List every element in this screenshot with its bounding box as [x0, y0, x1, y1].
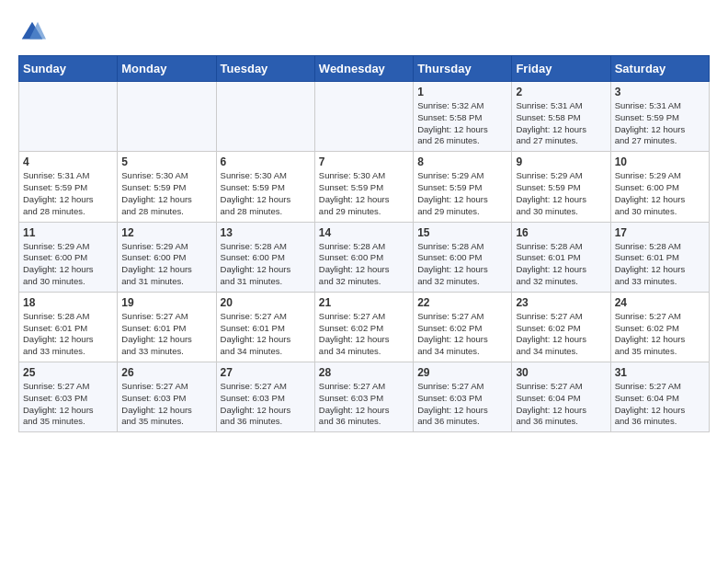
day-header-monday: Monday [118, 56, 216, 82]
day-cell: 31Sunrise: 5:27 AM Sunset: 6:04 PM Dayli… [610, 362, 709, 432]
day-header-thursday: Thursday [414, 56, 512, 82]
day-number: 15 [417, 226, 507, 239]
day-cell: 1Sunrise: 5:32 AM Sunset: 5:58 PM Daylig… [414, 82, 512, 152]
day-cell: 27Sunrise: 5:27 AM Sunset: 6:03 PM Dayli… [216, 362, 314, 432]
calendar-header: SundayMondayTuesdayWednesdayThursdayFrid… [19, 56, 710, 82]
day-number: 25 [23, 366, 113, 379]
calendar-table: SundayMondayTuesdayWednesdayThursdayFrid… [18, 55, 710, 432]
day-info: Sunrise: 5:27 AM Sunset: 6:02 PM Dayligh… [319, 311, 409, 358]
day-number: 23 [516, 296, 606, 309]
day-cell: 15Sunrise: 5:28 AM Sunset: 6:00 PM Dayli… [414, 222, 512, 292]
day-cell [118, 82, 216, 152]
day-number: 11 [23, 226, 113, 239]
day-info: Sunrise: 5:27 AM Sunset: 6:03 PM Dayligh… [121, 381, 211, 428]
day-info: Sunrise: 5:27 AM Sunset: 6:02 PM Dayligh… [615, 311, 705, 358]
day-info: Sunrise: 5:27 AM Sunset: 6:04 PM Dayligh… [516, 381, 606, 428]
week-row-3: 11Sunrise: 5:29 AM Sunset: 6:00 PM Dayli… [19, 222, 710, 292]
day-info: Sunrise: 5:31 AM Sunset: 5:59 PM Dayligh… [615, 100, 705, 147]
day-info: Sunrise: 5:27 AM Sunset: 6:01 PM Dayligh… [221, 311, 311, 358]
day-number: 8 [417, 155, 507, 168]
day-info: Sunrise: 5:30 AM Sunset: 5:59 PM Dayligh… [121, 170, 211, 217]
day-info: Sunrise: 5:29 AM Sunset: 6:00 PM Dayligh… [23, 241, 113, 288]
day-info: Sunrise: 5:27 AM Sunset: 6:01 PM Dayligh… [121, 311, 211, 358]
day-info: Sunrise: 5:27 AM Sunset: 6:03 PM Dayligh… [319, 381, 409, 428]
day-info: Sunrise: 5:31 AM Sunset: 5:58 PM Dayligh… [516, 100, 606, 147]
day-number: 22 [417, 296, 507, 309]
day-number: 7 [319, 155, 409, 168]
day-number: 2 [516, 86, 606, 98]
day-number: 26 [121, 366, 211, 379]
day-number: 18 [23, 296, 113, 309]
day-cell: 13Sunrise: 5:28 AM Sunset: 6:00 PM Dayli… [216, 222, 314, 292]
day-info: Sunrise: 5:29 AM Sunset: 6:00 PM Dayligh… [121, 241, 211, 288]
day-info: Sunrise: 5:29 AM Sunset: 5:59 PM Dayligh… [516, 170, 606, 217]
day-number: 4 [23, 155, 113, 168]
day-info: Sunrise: 5:29 AM Sunset: 5:59 PM Dayligh… [417, 170, 507, 217]
day-cell [216, 82, 314, 152]
day-number: 1 [417, 86, 507, 98]
day-cell: 11Sunrise: 5:29 AM Sunset: 6:00 PM Dayli… [19, 222, 118, 292]
day-number: 31 [615, 366, 705, 379]
day-info: Sunrise: 5:27 AM Sunset: 6:03 PM Dayligh… [417, 381, 507, 428]
day-cell: 19Sunrise: 5:27 AM Sunset: 6:01 PM Dayli… [118, 292, 216, 362]
day-cell: 7Sunrise: 5:30 AM Sunset: 5:59 PM Daylig… [314, 152, 413, 222]
logo [18, 18, 51, 46]
day-cell: 30Sunrise: 5:27 AM Sunset: 6:04 PM Dayli… [512, 362, 610, 432]
day-number: 17 [615, 226, 705, 239]
day-cell: 6Sunrise: 5:30 AM Sunset: 5:59 PM Daylig… [216, 152, 314, 222]
day-cell: 22Sunrise: 5:27 AM Sunset: 6:02 PM Dayli… [414, 292, 512, 362]
week-row-2: 4Sunrise: 5:31 AM Sunset: 5:59 PM Daylig… [19, 152, 710, 222]
day-cell: 3Sunrise: 5:31 AM Sunset: 5:59 PM Daylig… [610, 82, 709, 152]
day-cell: 17Sunrise: 5:28 AM Sunset: 6:01 PM Dayli… [610, 222, 709, 292]
day-number: 9 [516, 155, 606, 168]
day-info: Sunrise: 5:28 AM Sunset: 6:01 PM Dayligh… [23, 311, 113, 358]
day-header-saturday: Saturday [610, 56, 709, 82]
day-number: 14 [319, 226, 409, 239]
day-number: 29 [417, 366, 507, 379]
week-row-1: 1Sunrise: 5:32 AM Sunset: 5:58 PM Daylig… [19, 82, 710, 152]
day-cell: 21Sunrise: 5:27 AM Sunset: 6:02 PM Dayli… [314, 292, 413, 362]
day-cell: 9Sunrise: 5:29 AM Sunset: 5:59 PM Daylig… [512, 152, 610, 222]
day-number: 12 [121, 226, 211, 239]
day-info: Sunrise: 5:29 AM Sunset: 6:00 PM Dayligh… [615, 170, 705, 217]
day-info: Sunrise: 5:27 AM Sunset: 6:04 PM Dayligh… [615, 381, 705, 428]
day-info: Sunrise: 5:30 AM Sunset: 5:59 PM Dayligh… [221, 170, 311, 217]
day-cell: 2Sunrise: 5:31 AM Sunset: 5:58 PM Daylig… [512, 82, 610, 152]
day-info: Sunrise: 5:27 AM Sunset: 6:03 PM Dayligh… [23, 381, 113, 428]
day-info: Sunrise: 5:27 AM Sunset: 6:02 PM Dayligh… [516, 311, 606, 358]
day-cell: 28Sunrise: 5:27 AM Sunset: 6:03 PM Dayli… [314, 362, 413, 432]
day-number: 19 [121, 296, 211, 309]
day-number: 16 [516, 226, 606, 239]
day-cell [19, 82, 118, 152]
header-row: SundayMondayTuesdayWednesdayThursdayFrid… [19, 56, 710, 82]
day-number: 21 [319, 296, 409, 309]
week-row-5: 25Sunrise: 5:27 AM Sunset: 6:03 PM Dayli… [19, 362, 710, 432]
calendar-body: 1Sunrise: 5:32 AM Sunset: 5:58 PM Daylig… [19, 82, 710, 432]
day-cell: 29Sunrise: 5:27 AM Sunset: 6:03 PM Dayli… [414, 362, 512, 432]
day-number: 20 [221, 296, 311, 309]
day-cell: 18Sunrise: 5:28 AM Sunset: 6:01 PM Dayli… [19, 292, 118, 362]
day-cell: 14Sunrise: 5:28 AM Sunset: 6:00 PM Dayli… [314, 222, 413, 292]
day-cell: 20Sunrise: 5:27 AM Sunset: 6:01 PM Dayli… [216, 292, 314, 362]
day-number: 3 [615, 86, 705, 98]
day-cell: 25Sunrise: 5:27 AM Sunset: 6:03 PM Dayli… [19, 362, 118, 432]
day-info: Sunrise: 5:27 AM Sunset: 6:02 PM Dayligh… [417, 311, 507, 358]
day-cell: 12Sunrise: 5:29 AM Sunset: 6:00 PM Dayli… [118, 222, 216, 292]
day-number: 24 [615, 296, 705, 309]
day-cell: 4Sunrise: 5:31 AM Sunset: 5:59 PM Daylig… [19, 152, 118, 222]
day-cell: 10Sunrise: 5:29 AM Sunset: 6:00 PM Dayli… [610, 152, 709, 222]
day-cell: 5Sunrise: 5:30 AM Sunset: 5:59 PM Daylig… [118, 152, 216, 222]
day-info: Sunrise: 5:28 AM Sunset: 6:00 PM Dayligh… [417, 241, 507, 288]
page-header [18, 18, 710, 46]
day-info: Sunrise: 5:28 AM Sunset: 6:00 PM Dayligh… [221, 241, 311, 288]
day-number: 5 [121, 155, 211, 168]
day-cell: 24Sunrise: 5:27 AM Sunset: 6:02 PM Dayli… [610, 292, 709, 362]
day-number: 28 [319, 366, 409, 379]
day-info: Sunrise: 5:28 AM Sunset: 6:01 PM Dayligh… [516, 241, 606, 288]
day-cell [314, 82, 413, 152]
day-cell: 16Sunrise: 5:28 AM Sunset: 6:01 PM Dayli… [512, 222, 610, 292]
day-cell: 8Sunrise: 5:29 AM Sunset: 5:59 PM Daylig… [414, 152, 512, 222]
day-header-tuesday: Tuesday [216, 56, 314, 82]
day-number: 10 [615, 155, 705, 168]
logo-icon [18, 18, 46, 46]
